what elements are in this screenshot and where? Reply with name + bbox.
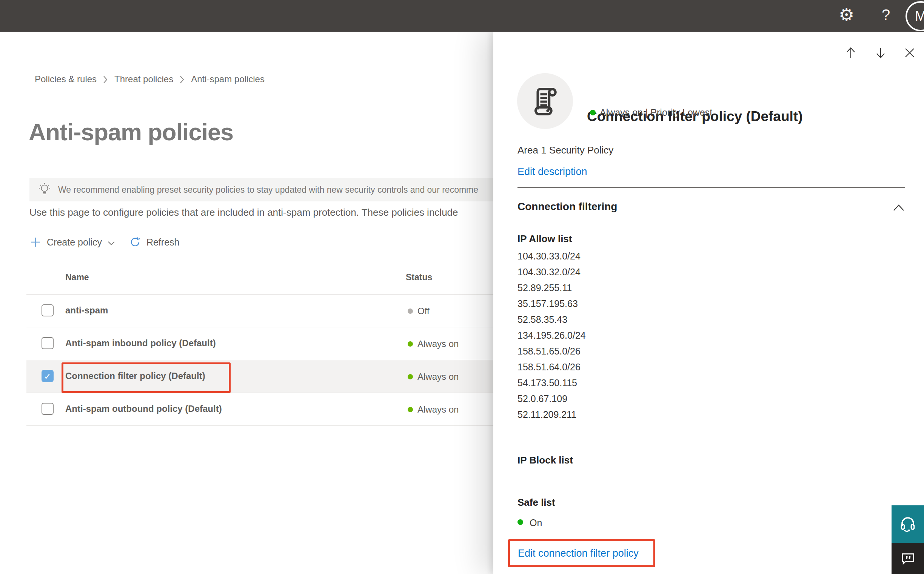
page-title: Anti-spam policies xyxy=(29,118,233,145)
arrow-down-icon[interactable] xyxy=(874,46,888,61)
policy-type-avatar xyxy=(517,73,573,129)
safe-list-status: On xyxy=(530,517,542,528)
help-icon[interactable]: ? xyxy=(882,6,890,24)
annotation-box: Edit connection filter policy xyxy=(508,539,655,567)
status-dot xyxy=(517,519,523,525)
breadcrumb: Policies & rules Threat policies Anti-sp… xyxy=(35,74,264,85)
safe-list-heading: Safe list xyxy=(517,497,555,508)
chevron-up-icon[interactable] xyxy=(892,203,905,213)
close-icon[interactable] xyxy=(903,47,916,60)
policy-name[interactable]: anti-spam xyxy=(65,305,108,316)
arrow-up-icon[interactable] xyxy=(844,46,858,61)
ip-entry: 104.30.33.0/24 xyxy=(517,248,586,264)
chevron-right-icon xyxy=(103,75,108,85)
anti-spam-policies-page: ⚙ ? M Policies & rules Threat policies A… xyxy=(0,0,924,574)
avatar[interactable]: M xyxy=(905,1,924,31)
toolbar: Create policy Refresh xyxy=(29,232,179,252)
refresh-icon xyxy=(129,236,141,248)
ip-entry: 52.58.35.43 xyxy=(517,312,586,327)
ip-entry: 104.30.32.0/24 xyxy=(517,264,586,280)
lightbulb-icon xyxy=(38,182,51,197)
policy-description: Area 1 Security Policy xyxy=(517,144,613,156)
status-dot xyxy=(408,407,413,412)
status-dot xyxy=(408,374,413,379)
breadcrumb-anti-spam-policies[interactable]: Anti-spam policies xyxy=(191,74,264,85)
table-row[interactable]: anti-spam Off xyxy=(27,295,498,327)
chevron-down-icon[interactable] xyxy=(107,241,115,246)
feedback-button[interactable] xyxy=(892,543,924,574)
policy-table: anti-spam Off Anti-spam inbound policy (… xyxy=(27,294,498,426)
edit-connection-filter-policy-link[interactable]: Edit connection filter policy xyxy=(518,547,639,559)
chevron-right-icon xyxy=(179,75,185,85)
status-dot xyxy=(590,110,596,115)
edit-description-link[interactable]: Edit description xyxy=(517,166,587,178)
status-label: Always on xyxy=(418,372,459,382)
ip-entry: 158.51.65.0/26 xyxy=(517,343,586,359)
row-checkbox[interactable] xyxy=(41,337,54,349)
gear-icon[interactable]: ⚙ xyxy=(839,5,854,25)
recommendation-banner: We recommend enabling preset security po… xyxy=(29,178,528,201)
create-policy-button[interactable]: Create policy xyxy=(47,237,102,248)
ip-entry: 54.173.50.115 xyxy=(517,375,586,391)
ip-entry: 52.11.209.211 xyxy=(517,407,586,423)
row-checkbox[interactable] xyxy=(41,403,54,415)
status-dot xyxy=(408,341,413,347)
top-app-bar: ⚙ ? M xyxy=(0,0,924,32)
table-row[interactable]: Anti-spam outbound policy (Default) Alwa… xyxy=(27,393,498,426)
ip-entry: 35.157.195.63 xyxy=(517,296,586,312)
status-label: Always on xyxy=(418,339,459,349)
breadcrumb-policies-rules[interactable]: Policies & rules xyxy=(35,74,97,85)
status-dot xyxy=(408,309,413,314)
row-checkbox[interactable] xyxy=(41,304,54,316)
status-label: Off xyxy=(418,306,430,316)
panel-status-line: Always on | Priority Lowest xyxy=(600,107,712,118)
ip-block-list-heading: IP Block list xyxy=(517,454,573,466)
column-header-name[interactable]: Name xyxy=(65,272,89,282)
status-label: Always on xyxy=(418,404,459,415)
policy-name[interactable]: Anti-spam outbound policy (Default) xyxy=(65,404,222,414)
table-row[interactable]: Anti-spam inbound policy (Default) Alway… xyxy=(27,327,498,360)
breadcrumb-threat-policies[interactable]: Threat policies xyxy=(114,74,173,85)
page-description: Use this page to configure policies that… xyxy=(29,207,535,218)
scroll-icon xyxy=(532,85,559,117)
policy-name[interactable]: Anti-spam inbound policy (Default) xyxy=(65,338,216,348)
ip-allow-list: 104.30.33.0/24 104.30.32.0/24 52.89.255.… xyxy=(517,248,586,423)
section-heading-connection-filtering: Connection filtering xyxy=(517,201,617,213)
divider xyxy=(517,187,905,188)
ip-entry: 52.89.255.11 xyxy=(517,280,586,296)
refresh-button[interactable]: Refresh xyxy=(146,237,180,248)
annotation-box xyxy=(62,363,231,393)
ip-entry: 52.0.67.109 xyxy=(517,391,586,407)
chat-icon xyxy=(900,550,916,566)
plus-icon xyxy=(29,236,41,248)
column-header-status[interactable]: Status xyxy=(406,272,432,282)
ip-entry: 158.51.64.0/26 xyxy=(517,359,586,375)
banner-text: We recommend enabling preset security po… xyxy=(58,185,478,195)
ip-entry: 134.195.26.0/24 xyxy=(517,327,586,343)
avatar-initial: M xyxy=(915,8,924,24)
policy-details-panel: Connection filter policy (Default) Alway… xyxy=(493,32,924,574)
headset-icon xyxy=(899,515,917,533)
ip-allow-list-heading: IP Allow list xyxy=(517,233,572,245)
row-checkbox-checked[interactable] xyxy=(41,370,54,382)
support-button[interactable] xyxy=(892,505,924,543)
